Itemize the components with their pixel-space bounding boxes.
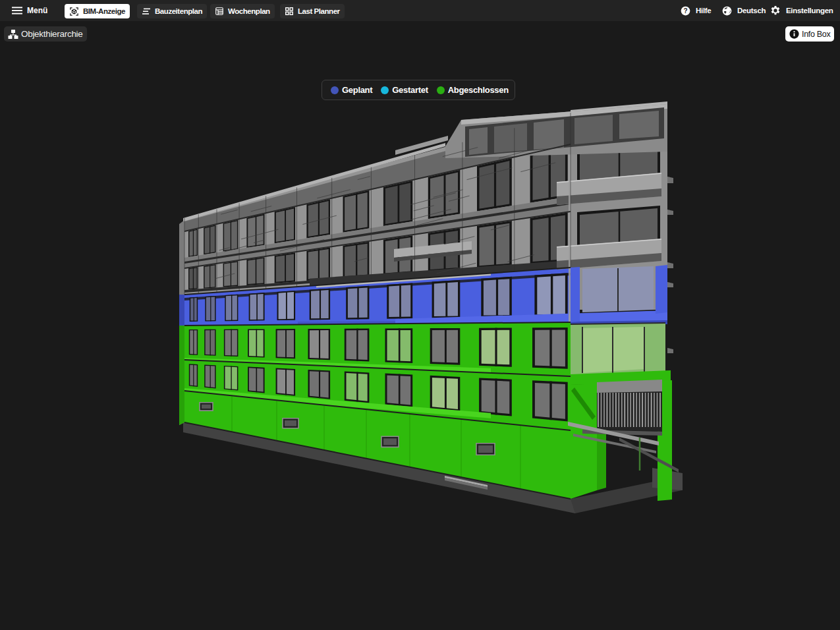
svg-text:?: ? (684, 7, 688, 14)
